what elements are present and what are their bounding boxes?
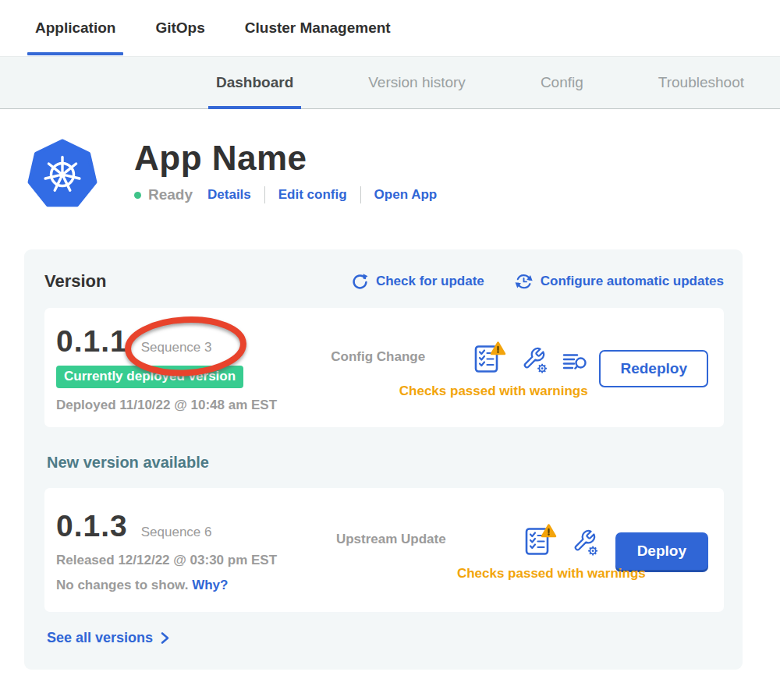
refresh-icon	[351, 273, 369, 291]
app-status-row: Ready Details Edit config Open App	[134, 186, 437, 203]
deploy-button[interactable]: Deploy	[615, 532, 708, 570]
current-version-status: Config Change	[325, 338, 593, 399]
app-title: App Name	[134, 140, 437, 176]
chevron-right-icon	[160, 631, 170, 645]
new-version-info: 0.1.3 Sequence 6 Released 12/12/22 @ 03:…	[56, 509, 325, 593]
version-card-actions: Check for update Configure automatic upd…	[351, 272, 724, 291]
see-all-versions-label: See all versions	[47, 630, 153, 646]
checks-status: Checks passed with warnings	[399, 384, 588, 399]
app-sub-nav: Dashboard Version history Config Trouble…	[0, 56, 780, 109]
no-changes-line: No changes to show. Why?	[56, 578, 325, 593]
app-header: App Name Ready Details Edit config Open …	[27, 139, 780, 210]
current-version-row: 0.1.1 Sequence 3 Currently deployed vers…	[44, 308, 724, 427]
no-changes-text: No changes to show.	[56, 578, 188, 592]
new-version-heading: New version available	[47, 454, 724, 472]
edit-config-icon[interactable]	[521, 346, 548, 373]
tab-cluster-management[interactable]: Cluster Management	[245, 0, 391, 56]
primary-nav: Application GitOps Cluster Management	[0, 0, 780, 56]
new-version-status: Upstream Update	[325, 520, 609, 582]
tab-gitops[interactable]: GitOps	[155, 0, 204, 56]
preflight-checks-icon[interactable]	[524, 523, 557, 556]
current-version-sequence: Sequence 3	[141, 340, 212, 355]
tab-troubleshoot[interactable]: Troubleshoot	[621, 57, 780, 108]
tab-version-history[interactable]: Version history	[331, 57, 503, 108]
tab-dashboard[interactable]: Dashboard	[179, 57, 331, 108]
redeploy-button[interactable]: Redeploy	[599, 350, 708, 387]
why-link[interactable]: Why?	[192, 578, 228, 592]
check-for-update-link[interactable]: Check for update	[351, 273, 484, 291]
details-link[interactable]: Details	[207, 187, 251, 203]
edit-config-link[interactable]: Edit config	[278, 187, 347, 203]
deployed-timestamp: Deployed 11/10/22 @ 10:48 am EST	[56, 398, 325, 413]
currently-deployed-badge: Currently deployed version	[56, 366, 243, 388]
see-all-versions-link[interactable]: See all versions	[47, 630, 170, 646]
open-app-link[interactable]: Open App	[374, 187, 438, 203]
divider	[264, 186, 265, 203]
version-card: Version Check for update Configure autom…	[24, 249, 743, 670]
tab-application[interactable]: Application	[35, 0, 115, 56]
configure-auto-updates-link[interactable]: Configure automatic updates	[514, 272, 724, 291]
version-card-title: Version	[44, 271, 106, 292]
released-timestamp: Released 12/12/22 @ 03:30 pm EST	[56, 553, 325, 568]
view-diff-icon[interactable]	[562, 352, 587, 373]
kubernetes-logo	[27, 139, 98, 210]
new-version-row: 0.1.3 Sequence 6 Released 12/12/22 @ 03:…	[44, 488, 724, 612]
status-dot-icon	[134, 192, 141, 199]
current-version-info: 0.1.1 Sequence 3 Currently deployed vers…	[56, 324, 325, 413]
divider	[360, 186, 361, 203]
tab-config[interactable]: Config	[503, 57, 621, 108]
configure-auto-updates-label: Configure automatic updates	[541, 274, 724, 289]
edit-config-icon[interactable]	[572, 529, 598, 556]
app-status: Ready	[148, 186, 193, 203]
checks-status: Checks passed with warnings	[457, 566, 646, 582]
version-card-header: Version Check for update Configure autom…	[44, 271, 724, 292]
new-version-sequence: Sequence 6	[141, 525, 212, 539]
version-source-label: Upstream Update	[336, 532, 446, 547]
version-source-label: Config Change	[331, 349, 425, 365]
preflight-checks-icon[interactable]	[473, 341, 506, 373]
new-version-number: 0.1.3	[56, 509, 128, 543]
scheduled-update-clock-icon	[514, 272, 534, 291]
check-for-update-label: Check for update	[376, 274, 484, 289]
current-version-number: 0.1.1	[56, 324, 128, 359]
